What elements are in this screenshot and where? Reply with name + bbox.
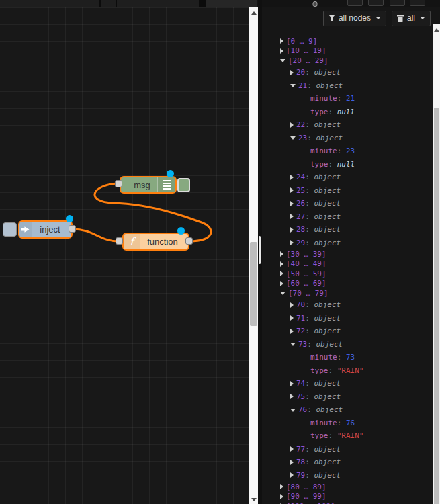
chevron-right-icon[interactable] [290,240,294,245]
chevron-right-icon[interactable] [290,329,294,334]
debug-toolbar: all nodes all [262,7,440,30]
tree-row[interactable]: [100 … 109] [262,501,433,504]
filter-nodes-dropdown[interactable]: all nodes [323,11,386,26]
chevron-right-icon[interactable] [280,281,283,286]
chevron-right-icon[interactable] [290,214,294,219]
tree-row[interactable]: [80 … 89] [262,482,433,492]
inject-output-port[interactable] [69,225,76,233]
tree-row[interactable]: [90 … 99] [262,491,433,501]
tree-row[interactable]: 22: object [262,118,433,132]
scroll-up-icon[interactable] [433,25,440,34]
chevron-right-icon[interactable] [280,38,283,44]
scroll-down-icon[interactable] [249,495,258,504]
header-button[interactable] [368,0,384,6]
node-debug-msg[interactable]: msg [120,176,177,194]
tree-row[interactable]: 76: object [262,403,433,417]
tree-row[interactable]: 28: object [262,223,433,237]
property-key: minute [310,353,337,362]
flow-canvas[interactable]: inject msg f function [0,7,257,504]
chevron-right-icon[interactable] [290,70,294,75]
tree-row[interactable]: 74: object [262,377,433,390]
chevron-right-icon[interactable] [290,315,294,321]
workspace-tab[interactable] [101,0,116,7]
tree-row[interactable]: 23: object [262,131,433,144]
debug-input-port[interactable] [115,180,122,187]
chevron-right-icon[interactable] [290,201,294,206]
node-label: inject [40,224,60,235]
tree-row[interactable]: 21: object [262,79,433,92]
function-output-port[interactable] [185,237,193,245]
chevron-right-icon[interactable] [280,494,283,499]
canvas-scrollbar[interactable] [249,7,258,504]
tree-row[interactable]: 71: object [262,311,433,325]
node-function[interactable]: f function [122,233,189,251]
property-key: type [310,366,328,375]
tree-row[interactable]: [30 … 39] [262,249,433,259]
tree-row[interactable]: 79: object [262,468,433,482]
chevron-down-icon[interactable] [290,84,296,87]
chevron-right-icon[interactable] [280,261,283,267]
workspace-tab-active[interactable] [206,0,257,7]
chevron-right-icon[interactable] [290,122,294,128]
tree-row[interactable]: 73: object [262,337,433,351]
filter-dropdown-label: all nodes [339,13,371,23]
chevron-right-icon[interactable] [280,484,283,489]
chevron-down-icon[interactable] [280,59,285,62]
chevron-right-icon[interactable] [280,251,283,257]
workspace-tab[interactable] [117,0,199,7]
chevron-right-icon[interactable] [280,48,283,54]
resize-grip[interactable] [259,236,261,264]
tree-row[interactable]: 27: object [262,210,433,223]
tree-row[interactable]: 24: object [262,171,433,184]
canvas-scrollbar-thumb[interactable] [250,242,257,326]
chevron-right-icon[interactable] [290,302,294,308]
tree-row[interactable]: [70 … 79] [262,288,433,298]
chevron-down-icon[interactable] [280,292,285,295]
chevron-right-icon[interactable] [290,446,294,452]
chevron-down-icon[interactable] [290,136,296,140]
chevron-down-icon[interactable] [290,343,296,346]
workspace-tab[interactable] [0,0,99,7]
tree-row[interactable]: [20 … 29] [262,56,433,66]
sidebar-scrollbar-thumb[interactable] [434,108,439,504]
chevron-right-icon[interactable] [280,271,283,276]
tree-row: type: "RAIN" [262,364,433,377]
sidebar-scrollbar[interactable] [433,24,440,504]
tree-row[interactable]: 29: object [262,236,433,249]
object-type-label: object [314,199,341,208]
object-type-label: object [316,340,343,349]
header-button[interactable] [390,0,405,6]
header-button[interactable] [347,0,363,6]
tree-row[interactable]: 77: object [262,442,433,456]
chevron-right-icon[interactable] [290,381,294,386]
tree-row[interactable]: 75: object [262,390,433,403]
chevron-right-icon[interactable] [290,460,294,465]
array-index: 28 [296,225,305,234]
chevron-right-icon[interactable] [290,175,294,180]
tree-row[interactable]: 25: object [262,183,433,197]
object-type-label: object [314,379,341,388]
node-inject[interactable]: inject [18,220,73,239]
inject-trigger-button[interactable] [3,222,17,237]
chevron-down-icon[interactable] [290,409,296,412]
tree-row[interactable]: [0 … 9] [262,36,433,46]
scroll-up-icon[interactable] [249,8,258,17]
chevron-right-icon[interactable] [290,227,294,233]
tree-row[interactable]: 20: object [262,66,433,79]
chevron-right-icon[interactable] [290,394,294,399]
array-index: 24 [296,173,305,181]
header-button[interactable] [410,0,425,6]
chevron-right-icon[interactable] [290,187,294,193]
tree-row[interactable]: 70: object [262,298,433,312]
tree-row[interactable]: 72: object [262,325,433,338]
tree-row[interactable]: [40 … 49] [262,259,433,269]
function-input-port[interactable] [116,237,123,245]
tree-row[interactable]: [50 … 59] [262,269,433,279]
tree-row[interactable]: [10 … 19] [262,46,433,56]
chevron-right-icon[interactable] [290,472,294,478]
tree-row[interactable]: 78: object [262,456,433,469]
clear-messages-dropdown[interactable]: all [392,11,431,26]
debug-toggle-button[interactable] [177,178,190,192]
tree-row[interactable]: [60 … 69] [262,279,433,289]
tree-row[interactable]: 26: object [262,197,433,210]
